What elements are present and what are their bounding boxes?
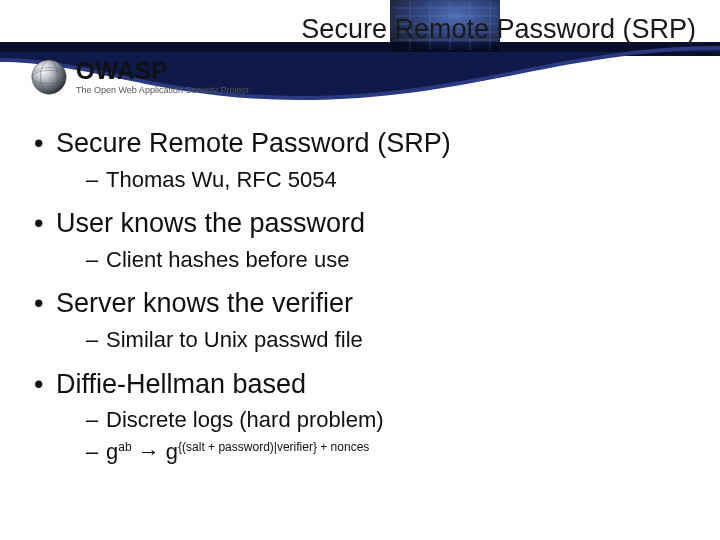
header-band: Secure Remote Password (SRP) OWASP: [0, 0, 720, 108]
formula-exp1: ab: [118, 440, 131, 454]
svg-point-12: [32, 60, 66, 94]
slide: Secure Remote Password (SRP) OWASP: [0, 0, 720, 540]
bullet-text: Diffie-Hellman based: [56, 369, 306, 399]
formula-g2: g: [166, 439, 178, 464]
formula-g1: g: [106, 439, 118, 464]
page-title: Secure Remote Password (SRP): [301, 14, 696, 45]
list-item: Discrete logs (hard problem): [86, 405, 700, 435]
list-item: Server knows the verifier Similar to Uni…: [30, 286, 700, 354]
bullet-list: Secure Remote Password (SRP) Thomas Wu, …: [30, 126, 700, 467]
list-item: Similar to Unix passwd file: [86, 325, 700, 355]
logo-tagline: The Open Web Application Security Projec…: [76, 85, 248, 96]
formula-text: gab → g{(salt + password)|verifier} + no…: [106, 439, 369, 464]
bullet-text: Secure Remote Password (SRP): [56, 128, 451, 158]
owasp-globe-icon: [30, 58, 68, 96]
bullet-text: Server knows the verifier: [56, 288, 353, 318]
content-area: Secure Remote Password (SRP) Thomas Wu, …: [30, 126, 700, 479]
bullet-text: Similar to Unix passwd file: [106, 327, 363, 352]
bullet-text: User knows the password: [56, 208, 365, 238]
list-item: Diffie-Hellman based Discrete logs (hard…: [30, 367, 700, 467]
list-item: Client hashes before use: [86, 245, 700, 275]
logo-name: OWASP: [76, 59, 248, 83]
list-item: Thomas Wu, RFC 5054: [86, 165, 700, 195]
bullet-text: Client hashes before use: [106, 247, 349, 272]
bullet-text: Discrete logs (hard problem): [106, 407, 384, 432]
logo-text-block: OWASP The Open Web Application Security …: [76, 59, 248, 96]
list-item: gab → g{(salt + password)|verifier} + no…: [86, 437, 700, 467]
formula-arrow: →: [132, 439, 166, 464]
list-item: User knows the password Client hashes be…: [30, 206, 700, 274]
list-item: Secure Remote Password (SRP) Thomas Wu, …: [30, 126, 700, 194]
bullet-text: Thomas Wu, RFC 5054: [106, 167, 337, 192]
formula-exp2: {(salt + password)|verifier} + nonces: [178, 440, 369, 454]
owasp-logo: OWASP The Open Web Application Security …: [30, 58, 248, 96]
